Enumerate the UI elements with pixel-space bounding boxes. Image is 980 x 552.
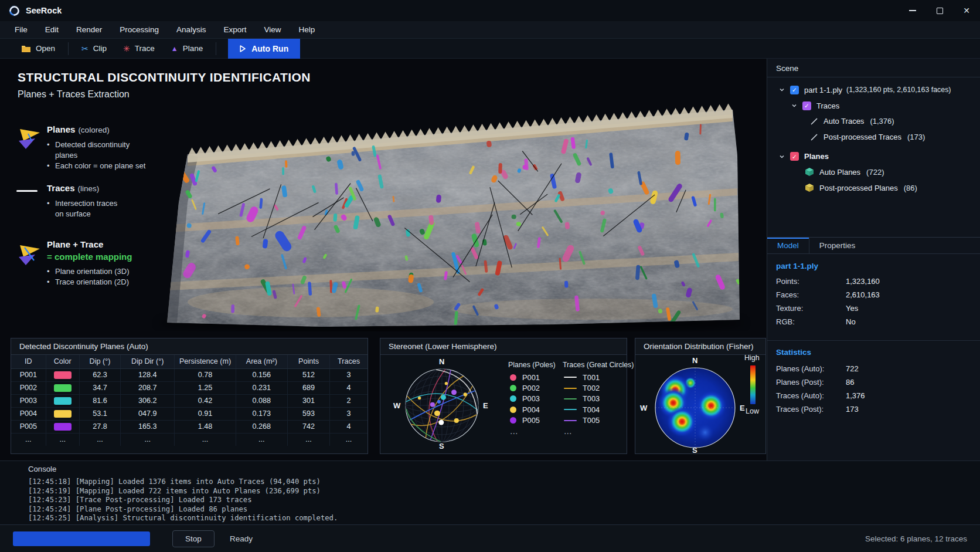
tab-properties[interactable]: Properties	[809, 238, 866, 253]
tree-item-post-traces[interactable]: Post-processed Traces (173)	[767, 129, 980, 145]
color-swatch	[54, 423, 72, 431]
tree-traces-label: Traces	[816, 101, 839, 110]
legend-item: T001	[564, 372, 600, 382]
table-row[interactable]: P001 62.3 128.4 0.78 0.156 512 3	[11, 368, 368, 381]
fisher-panel: Orientation Distribution (Fisher)	[635, 338, 766, 454]
fisher-title: Orientation Distribution (Fisher)	[635, 338, 765, 355]
legend-traces-suffix: (lines)	[78, 184, 100, 193]
legend-planes-heading: Planes	[47, 124, 75, 134]
menu-processing[interactable]: Processing	[120, 25, 159, 34]
compass-n: N	[439, 357, 444, 366]
stop-button[interactable]: Stop	[172, 530, 215, 547]
menu-view[interactable]: View	[264, 25, 281, 34]
cell-dip: 53.1	[79, 407, 120, 420]
auto-planes-count: (722)	[866, 168, 884, 177]
menu-edit[interactable]: Edit	[45, 25, 59, 34]
minimize-icon	[909, 10, 916, 11]
auto-planes-label: Auto Planes	[819, 168, 860, 177]
table-row[interactable]: P004 53.1 047.9 0.91 0.173 593 3	[11, 407, 368, 420]
chevron-down-icon[interactable]	[779, 154, 785, 160]
compass-s: S	[692, 446, 697, 455]
auto-run-button[interactable]: Auto Run	[228, 39, 300, 59]
post-planes-count: (86)	[904, 184, 917, 192]
col-dipdir: Dip Dir (°)	[121, 355, 175, 368]
chevron-down-icon[interactable]	[779, 87, 785, 93]
legend-planes-suffix: (colored)	[78, 126, 109, 134]
chevron-down-icon[interactable]	[791, 103, 797, 109]
cell-traces: 2	[330, 394, 368, 407]
titlebar: SeeRock ✕	[0, 0, 980, 21]
tree-item-root[interactable]: ✓ part 1-1.ply (1,323,160 pts, 2,610,163…	[767, 82, 980, 98]
trace-button[interactable]: ✳ Trace	[115, 39, 163, 58]
console-line: [12:45:19] [Mapping] Loaded 722 items in…	[28, 487, 968, 496]
legend-planes: Planes(colored) Detected discontinuity p…	[16, 124, 151, 171]
colorbar-high-label: High	[744, 354, 760, 362]
pole-label: P004	[522, 405, 540, 414]
legend-bullet: Detected discontinuity planes	[47, 140, 151, 161]
cell-area: 0.231	[236, 381, 287, 394]
tree-item-traces[interactable]: ✓ Traces	[767, 98, 980, 114]
col-color: Color	[46, 355, 79, 368]
menu-export[interactable]: Export	[223, 25, 246, 34]
checkbox-traces[interactable]: ✓	[802, 101, 811, 110]
minimize-button[interactable]	[899, 0, 926, 21]
stat-planes-post: Planes (Post):86	[776, 375, 973, 389]
planes-table: ID Color Dip (°) Dip Dir (°) Persistence…	[11, 355, 368, 446]
scissors-icon: ✂	[81, 45, 89, 53]
traces-legend: T001 T002 T003 T004 T005 ...	[564, 372, 600, 436]
tree-item-auto-traces[interactable]: Auto Traces (1,376)	[767, 114, 980, 130]
cell-persistence: 1.48	[175, 420, 236, 433]
tree-item-planes[interactable]: ✓ Planes	[767, 148, 980, 164]
table-row[interactable]: P003 81.6 306.2 0.42 0.088 301 2	[11, 394, 368, 407]
pole-dot	[510, 417, 516, 424]
color-swatch	[54, 397, 72, 405]
menu-help[interactable]: Help	[298, 25, 315, 34]
plane-button[interactable]: ▲ Plane	[163, 39, 211, 58]
sidebar: Scene ✓ part 1-1.ply (1,323,160 pts, 2,6…	[767, 59, 980, 460]
trace-burst-icon: ✳	[123, 45, 130, 53]
model-name: part 1-1.ply	[776, 262, 973, 270]
menu-file[interactable]: File	[15, 25, 28, 34]
cell-traces: 3	[330, 368, 368, 381]
app-title: SeeRock	[26, 6, 62, 15]
cell-color	[46, 394, 79, 407]
table-row[interactable]: P002 34.7 208.7 1.25 0.231 689 4	[11, 381, 368, 394]
checkbox-planes[interactable]: ✓	[790, 152, 799, 161]
trace-line	[564, 420, 577, 421]
menu-render[interactable]: Render	[76, 25, 102, 34]
close-icon: ✕	[963, 6, 970, 15]
close-button[interactable]: ✕	[953, 0, 980, 21]
legend-bullet: on surface	[47, 209, 151, 219]
stereonet-plot	[395, 358, 489, 452]
trace-line-icon	[809, 117, 819, 126]
tree-item-auto-planes[interactable]: Auto Planes (722)	[767, 164, 980, 180]
menu-analysis[interactable]: Analysis	[176, 25, 206, 34]
table-row[interactable]: P005 27.8 165.3 1.48 0.268 742 4	[11, 420, 368, 433]
planes-table-panel: Detected Discontinuity Planes (Auto) ID …	[11, 338, 368, 454]
cell-id: P005	[11, 420, 46, 433]
cell-dip: 81.6	[79, 394, 120, 407]
auto-run-label: Auto Run	[251, 44, 288, 53]
cube-icon-yellow	[805, 183, 814, 192]
col-persistence: Persistence (m)	[175, 355, 236, 368]
tree-item-post-planes[interactable]: Post-processed Planes (86)	[767, 180, 980, 196]
cell-points: 593	[288, 407, 330, 420]
cell-points: 301	[288, 394, 330, 407]
tab-model[interactable]: Model	[767, 238, 809, 253]
legend-item: T004	[564, 404, 600, 415]
pole-dot	[510, 374, 516, 381]
stereonet-panel: Stereonet (Lower Hemisphere)	[380, 338, 627, 454]
open-button[interactable]: Open	[13, 39, 63, 58]
field-rgb: RGB:No	[776, 315, 973, 329]
cell-persistence: 0.91	[175, 407, 236, 420]
cell-area: 0.156	[236, 368, 287, 381]
clip-button[interactable]: ✂ Clip	[73, 39, 115, 58]
checkbox-root[interactable]: ✓	[790, 86, 799, 94]
planes-table-title: Detected Discontinuity Planes (Auto)	[11, 338, 368, 355]
color-swatch	[54, 371, 72, 379]
maximize-button[interactable]	[926, 0, 953, 21]
viewport-3d[interactable]: STRUCTURAL DISCONTINUITY IDENTIFICATION …	[0, 59, 767, 460]
statusbar: Stop Ready Selected: 6 planes, 12 traces	[0, 524, 980, 552]
trace-label: T001	[583, 373, 600, 382]
app-window: SeeRock ✕ File Edit Render Processing An…	[0, 0, 980, 552]
